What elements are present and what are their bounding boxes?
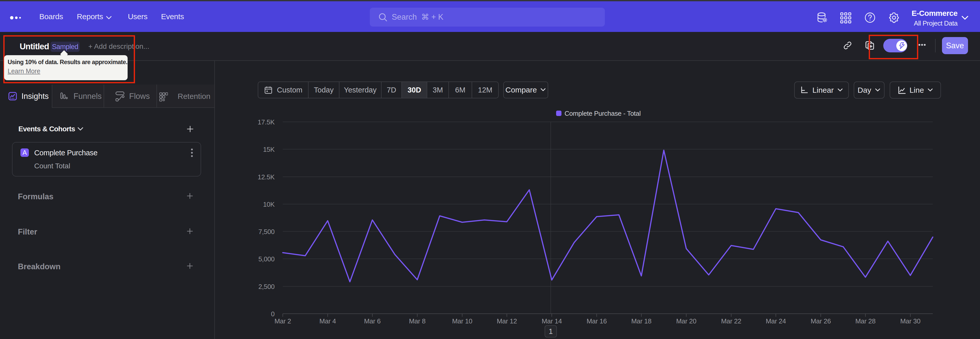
- svg-text:Mar 14: Mar 14: [542, 317, 562, 325]
- svg-text:Mar 10: Mar 10: [452, 317, 472, 325]
- svg-text:1: 1: [549, 327, 553, 336]
- svg-text:12.5K: 12.5K: [258, 173, 275, 181]
- svg-text:Mar 26: Mar 26: [811, 317, 831, 325]
- svg-text:Mar 30: Mar 30: [900, 317, 920, 325]
- svg-text:Mar 2: Mar 2: [275, 317, 291, 325]
- svg-text:Mar 18: Mar 18: [631, 317, 651, 325]
- svg-text:5,000: 5,000: [258, 255, 275, 263]
- svg-text:2,500: 2,500: [258, 283, 275, 291]
- svg-text:15K: 15K: [263, 146, 275, 153]
- svg-text:Mar 8: Mar 8: [409, 317, 426, 325]
- svg-text:Mar 28: Mar 28: [855, 317, 875, 325]
- svg-text:17.5K: 17.5K: [258, 118, 275, 126]
- svg-text:Mar 6: Mar 6: [364, 317, 381, 325]
- svg-text:Complete Purchase - Total: Complete Purchase - Total: [565, 110, 641, 117]
- svg-text:Mar 12: Mar 12: [496, 317, 517, 325]
- svg-text:Mar 20: Mar 20: [676, 317, 696, 325]
- svg-text:Mar 24: Mar 24: [765, 317, 786, 325]
- svg-text:10K: 10K: [263, 200, 275, 208]
- svg-text:Mar 16: Mar 16: [587, 317, 607, 325]
- svg-text:Mar 4: Mar 4: [320, 317, 336, 325]
- svg-text:7,500: 7,500: [258, 228, 275, 235]
- svg-text:Mar 22: Mar 22: [721, 317, 741, 325]
- svg-text:0: 0: [271, 310, 275, 318]
